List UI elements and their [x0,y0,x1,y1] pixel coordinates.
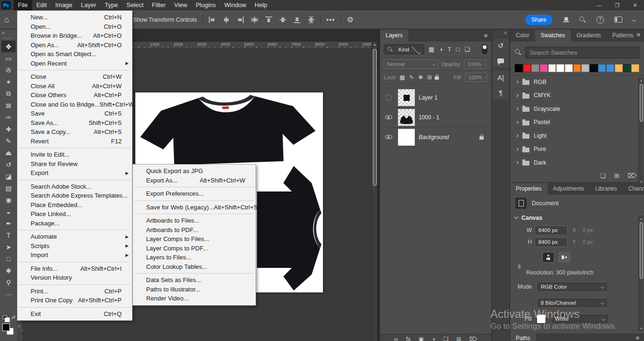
zoom-tool[interactable]: ⚲ [1,276,16,288]
menu-item[interactable]: New... Ctrl+N [17,13,132,22]
menu-item[interactable] [17,305,132,309]
menubar-item[interactable]: Type [100,0,122,10]
swatch-group-row[interactable]: RGB [510,75,644,89]
scrollbar-thumb[interactable] [373,49,377,186]
character-panel-icon[interactable]: A| [497,73,504,82]
menu-item[interactable]: Layers to Files... [133,253,256,262]
move-tool[interactable]: ✥ [1,41,16,52]
lock-all-icon[interactable] [435,76,439,80]
menu-item[interactable]: Search Adobe Stock... [17,182,132,191]
menu-item[interactable] [133,185,256,189]
color-swatch[interactable] [631,64,639,72]
chevron-right-icon[interactable] [515,107,519,110]
layers-footer-icon[interactable]: ⊞ [456,336,461,341]
color-swatch[interactable] [565,64,573,72]
landscape-orientation-button[interactable] [558,252,570,263]
menu-item[interactable] [133,212,256,216]
layer-filter-kind-dropdown[interactable]: Kind [384,44,424,54]
comments-panel-icon[interactable] [497,56,504,66]
menu-item[interactable]: Export As... Alt+Shift+Ctrl+W [133,176,256,185]
menu-item[interactable]: Render Video... [133,294,256,303]
lasso-tool[interactable]: ✇ [1,64,16,76]
layer-thumbnail[interactable] [398,109,415,126]
help-icon[interactable]: ? [596,16,604,24]
menu-item[interactable]: Search Adobe Express Templates... [17,191,132,200]
panel-menu-icon[interactable]: ≡ [633,31,644,41]
menu-item[interactable]: Open As... Alt+Shift+Ctrl+O [17,41,132,50]
menu-item[interactable]: Place Linked... [17,209,132,219]
home-icon[interactable]: ⌂ [4,15,9,25]
frame-tool[interactable]: ⊠ [1,100,16,111]
fill-field[interactable]: 100% [465,73,487,82]
layers-footer-icon[interactable]: ⌦ [469,336,477,341]
panel-menu-icon[interactable]: ≡ [480,32,491,42]
close-button[interactable]: ✕ [626,0,644,10]
menu-item[interactable]: Place Embedded... [17,200,132,210]
fill-color-swatch[interactable] [537,314,546,324]
link-dimensions-icon[interactable]: ∞ [516,265,523,269]
menu-item[interactable]: Paths to Illustrator... [133,285,256,294]
paragraph-panel-icon[interactable]: ¶ [499,88,503,97]
menu-item[interactable]: Close Ctrl+W [17,72,132,82]
path-selection-tool[interactable]: ➤ [1,241,16,253]
distribute-horizontal-icon[interactable] [251,17,258,23]
color-swatch[interactable] [598,64,606,72]
properties-tab[interactable]: Channels [623,183,644,195]
color-swatch[interactable] [523,64,531,72]
menu-item[interactable]: Print... Ctrl+P [17,287,132,296]
menu-item[interactable]: Print One Copy Alt+Shift+Ctrl+P [17,296,132,305]
align-center-horizontal-icon[interactable] [223,17,230,23]
delete-swatch-icon[interactable]: ⌦ [628,172,636,179]
menu-item[interactable]: Artboards to PDF... [133,225,256,235]
width-field[interactable]: 8400 px [535,225,568,235]
align-top-icon[interactable] [265,17,272,23]
fill-dropdown[interactable]: White [551,314,609,324]
color-swatch[interactable] [556,64,564,72]
panel-menu-icon[interactable]: ≡ [631,333,644,341]
expand-toolbar-icon[interactable]: » [0,29,7,36]
layers-footer-icon[interactable]: fx [406,336,410,341]
tab-layers[interactable]: Layers [380,30,408,42]
align-right-icon[interactable] [237,17,244,23]
restore-button[interactable]: ❐ [608,0,626,10]
menubar-item[interactable]: Edit [32,0,51,10]
show-transform-controls[interactable]: Show Transform Controls [125,17,197,23]
swatches-tab[interactable]: Color [510,30,535,42]
type-tool[interactable]: T [1,229,16,241]
portrait-orientation-button[interactable] [542,252,554,263]
properties-tab[interactable]: Properties [510,183,547,195]
visibility-eye-icon[interactable] [385,135,392,139]
lock-transparency-icon[interactable]: ▦ [400,74,405,81]
menu-item[interactable]: Close All Alt+Ctrl+W [17,82,132,91]
chevron-right-icon[interactable] [515,80,519,83]
color-swatch[interactable] [515,64,523,72]
menu-item[interactable]: Save As... Shift+Ctrl+S [17,118,132,128]
menu-item[interactable]: Color Lookup Tables... [133,262,256,272]
menu-item[interactable]: Layer Comps to Files... [133,234,256,244]
color-swatch[interactable] [581,64,589,72]
color-swatch[interactable] [606,64,614,72]
minimize-button[interactable]: — [590,0,608,10]
swap-colors-icon[interactable]: ⇄ [12,315,16,320]
chevron-right-icon[interactable] [515,121,519,124]
healing-brush-tool[interactable]: ✚ [1,123,16,135]
align-left-icon[interactable] [209,17,215,23]
edit-toolbar[interactable]: ⋯ [1,288,16,300]
tab-paths[interactable]: Paths [510,333,536,341]
filter-pixel-icon[interactable]: ▦ [429,46,434,53]
align-center-vertical-icon[interactable] [280,17,286,23]
menu-item[interactable]: Export ▶ [17,168,132,178]
chevron-right-icon[interactable] [515,134,519,137]
eyedropper-tool[interactable]: ✑ [1,111,16,123]
menu-item[interactable]: Export Preferences... [133,189,256,199]
layer-row[interactable]: 1000 - 1 [380,108,491,127]
menubar-item[interactable]: Help [250,0,272,10]
align-bottom-icon[interactable] [294,17,300,23]
pen-tool[interactable]: ✒ [1,217,16,229]
menu-item[interactable]: Open Recent ▶ [17,59,132,68]
swatches-scrollbar[interactable]: ▲ ▼ [638,77,644,184]
distribute-vertical-icon[interactable] [308,17,314,23]
layer-thumbnail[interactable] [398,89,415,106]
menu-item[interactable] [17,146,132,150]
swatch-group-row[interactable]: Dark [510,156,644,170]
